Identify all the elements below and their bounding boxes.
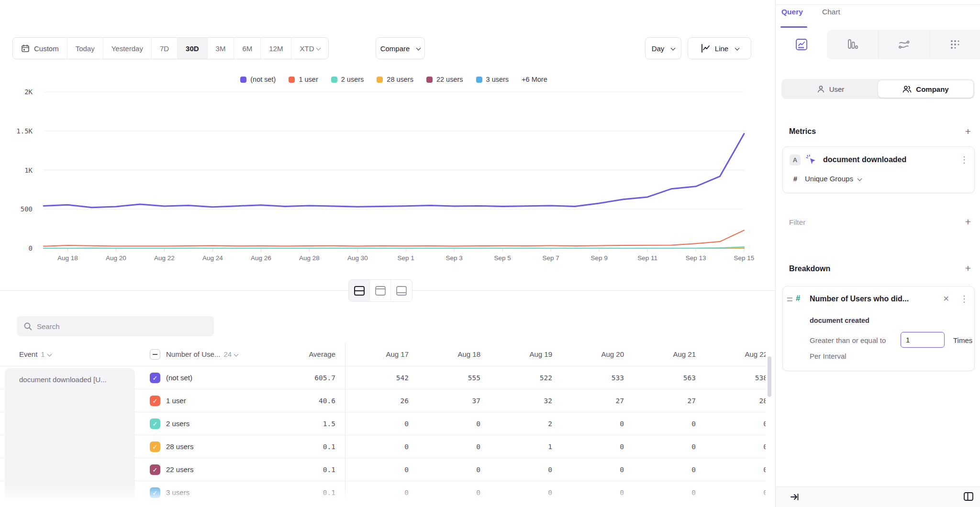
event-list-item[interactable]: document downloaded [U...: [5, 368, 135, 384]
flow-chart-icon[interactable]: [878, 30, 929, 59]
series-column-header[interactable]: Number of Use... 24: [166, 342, 238, 366]
drag-handle[interactable]: [787, 298, 792, 301]
row-checkbox[interactable]: ✓: [150, 419, 160, 429]
svg-text:Aug 26: Aug 26: [251, 254, 271, 262]
row-value: 542: [337, 366, 409, 389]
row-checkbox[interactable]: ✓: [150, 441, 160, 452]
svg-text:Sep 13: Sep 13: [686, 254, 706, 262]
metric-card[interactable]: A document downloaded ⋮ # Unique Groups: [782, 146, 975, 193]
tab-query[interactable]: Query: [781, 8, 803, 16]
date-range-6m[interactable]: 6M: [234, 38, 261, 59]
table-scrollbar[interactable]: [768, 356, 771, 397]
date-range-3m[interactable]: 3M: [208, 38, 234, 59]
chevron-down-icon: [671, 45, 676, 50]
row-value: 0: [624, 458, 696, 481]
date-range-30d[interactable]: 30D: [178, 38, 208, 59]
add-breakdown-button[interactable]: +: [963, 263, 973, 274]
measure-dropdown[interactable]: Unique Groups: [805, 175, 861, 183]
search-input[interactable]: [37, 322, 207, 331]
legend-item[interactable]: (not set): [240, 76, 276, 83]
row-value: 0: [696, 481, 766, 504]
svg-text:Aug 18: Aug 18: [57, 254, 78, 262]
legend-item[interactable]: 3 users: [476, 76, 509, 83]
row-checkbox[interactable]: ✓: [150, 487, 160, 498]
breakdown-section-title: Breakdown: [789, 265, 830, 273]
breakdown-property-name: Number of Users who did...: [810, 295, 909, 303]
row-value: 522: [480, 366, 552, 389]
measure-label: Unique Groups: [805, 175, 853, 183]
metric-kebab-menu[interactable]: ⋮: [960, 154, 969, 165]
legend-swatch: [240, 77, 246, 83]
average-column-header: Average: [266, 342, 335, 366]
legend-item[interactable]: 28 users: [377, 76, 413, 83]
row-label: 2 users: [166, 412, 189, 435]
collapse-panel-icon[interactable]: [790, 493, 800, 501]
row-value: 32: [480, 389, 552, 412]
row-value: 37: [409, 389, 480, 412]
row-value: 27: [624, 389, 696, 412]
legend-label: 22 users: [436, 76, 463, 83]
line-chart[interactable]: 05001K1.5K2KAug 18Aug 20Aug 22Aug 24Aug …: [0, 86, 775, 273]
row-value: 0: [409, 435, 480, 458]
row-checkbox[interactable]: ✓: [150, 464, 160, 475]
row-average: 1.5: [266, 412, 335, 435]
svg-text:Aug 28: Aug 28: [299, 254, 320, 262]
layout-chart-only-button[interactable]: [370, 280, 391, 301]
date-column-header: Aug 21: [624, 342, 696, 366]
date-range-7d[interactable]: 7D: [152, 38, 178, 59]
autocapture-spark-icon: [806, 154, 816, 165]
query-panel: Query Chart User Company Metrics + A: [775, 0, 980, 507]
tab-chart[interactable]: Chart: [822, 8, 840, 16]
legend-label: 28 users: [387, 76, 413, 83]
row-value: 1: [480, 435, 552, 458]
add-metric-button[interactable]: +: [963, 126, 973, 137]
segmentation-chart-icon[interactable]: [776, 30, 827, 59]
legend-item[interactable]: 1 user: [289, 76, 318, 83]
row-value: 0: [409, 458, 480, 481]
row-label: (not set): [166, 366, 192, 389]
breakdown-condition-label: Greater than or equal to: [810, 336, 886, 344]
legend-label: 2 users: [341, 76, 364, 83]
check-icon: ✓: [153, 489, 158, 496]
row-checkbox[interactable]: ✓: [150, 373, 160, 383]
scope-user[interactable]: User: [783, 80, 878, 98]
search-box: [17, 316, 214, 336]
retention-grid-icon[interactable]: [929, 30, 980, 59]
layout-toggle-group: [348, 279, 412, 302]
legend-item[interactable]: 2 users: [331, 76, 364, 83]
scope-toggle: User Company: [781, 79, 975, 99]
breakdown-value-input[interactable]: [901, 332, 945, 348]
svg-text:Aug 22: Aug 22: [154, 254, 175, 262]
side-panel-toggle-icon[interactable]: [963, 492, 974, 501]
series-line-2 users[interactable]: [44, 247, 744, 248]
scope-company[interactable]: Company: [878, 80, 973, 98]
bar-chart-icon[interactable]: [827, 30, 878, 59]
date-column-header: Aug 18: [409, 342, 480, 366]
chevron-down-icon: [234, 352, 239, 356]
add-filter-button[interactable]: +: [963, 217, 973, 227]
row-value: 0: [624, 481, 696, 504]
series-line-1 user[interactable]: [44, 230, 744, 246]
chart-type-dropdown[interactable]: Line: [688, 37, 751, 59]
date-range-yesterday[interactable]: Yesterday: [103, 38, 152, 59]
legend-more[interactable]: +6 More: [522, 76, 547, 83]
date-range-xtd[interactable]: XTD: [291, 38, 328, 59]
select-all-checkbox[interactable]: [150, 349, 160, 360]
date-range-12m[interactable]: 12M: [261, 38, 291, 59]
date-range-today[interactable]: Today: [67, 38, 103, 59]
layout-table-only-button[interactable]: [391, 280, 412, 301]
row-value: 0: [552, 481, 624, 504]
row-value: 538: [696, 366, 766, 389]
layout-split-button[interactable]: [349, 280, 370, 301]
close-icon[interactable]: ✕: [943, 294, 949, 303]
breakdown-kebab-menu[interactable]: ⋮: [960, 294, 969, 304]
interval-dropdown[interactable]: Day: [645, 37, 681, 59]
row-value: 0: [696, 412, 766, 435]
date-range-custom[interactable]: Custom: [13, 38, 67, 59]
row-value: 0: [624, 412, 696, 435]
compare-button[interactable]: Compare: [376, 37, 425, 59]
legend-item[interactable]: 22 users: [426, 76, 463, 83]
event-column-header[interactable]: Event 1: [19, 342, 51, 366]
series-line-(not set)[interactable]: [44, 134, 744, 208]
row-checkbox[interactable]: ✓: [150, 396, 160, 406]
